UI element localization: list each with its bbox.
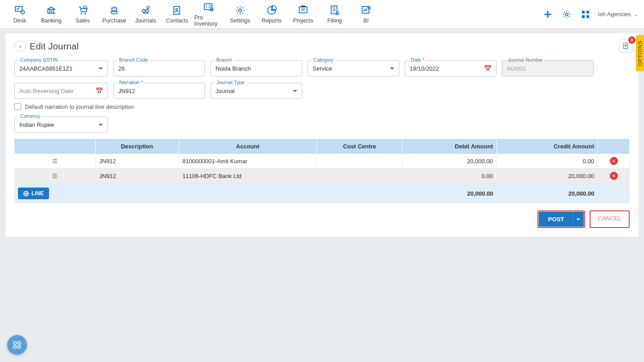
- filling-icon: [329, 4, 340, 16]
- journal-number-readonly: Journal Number MJ/001: [502, 60, 594, 76]
- back-button[interactable]: ‹: [14, 40, 26, 52]
- cancel-button[interactable]: CANCEL: [590, 210, 630, 228]
- calendar-icon: 📅: [484, 65, 492, 72]
- post-button[interactable]: POST: [539, 212, 573, 227]
- grid-icon: [13, 340, 22, 349]
- cell-debit: 0.00: [402, 169, 497, 183]
- nav-purchase[interactable]: Purchase: [100, 1, 129, 27]
- branch-input[interactable]: Branch Noida Branch: [210, 60, 302, 76]
- chevron-down-icon: [98, 124, 103, 126]
- reports-icon: [266, 4, 277, 16]
- delete-row-button[interactable]: ✕: [610, 157, 618, 165]
- options-tab[interactable]: OPTIONS: [636, 35, 644, 72]
- company-gstin-dropdown[interactable]: Company GSTIN 24AABCA5951E1Z1: [14, 60, 108, 76]
- svg-point-6: [146, 9, 149, 13]
- journal-type-dropdown[interactable]: Journal Type Journal: [210, 83, 302, 99]
- svg-point-18: [565, 13, 568, 16]
- field-value: Service: [313, 65, 390, 72]
- nav-reports[interactable]: Reports: [257, 1, 286, 27]
- nav-label: Contacts: [166, 18, 188, 24]
- projects-icon: [297, 4, 309, 16]
- chevron-down-icon: [390, 67, 394, 70]
- nav-banking[interactable]: Banking: [37, 1, 66, 27]
- svg-rect-24: [14, 342, 17, 344]
- field-label: Date *: [409, 57, 426, 63]
- nav-label: Projects: [293, 18, 313, 24]
- inventory-icon: [203, 1, 215, 13]
- field-value: 19/10/2022: [410, 65, 484, 72]
- app-launcher-fab[interactable]: [7, 335, 27, 355]
- table-row[interactable]: ☰ JN912 8100000001-Amit Kumar 20,000.00 …: [14, 154, 630, 169]
- cell-account: 11106-HDFC Bank Ltd: [179, 169, 317, 183]
- post-button-group: POST: [537, 210, 585, 228]
- contacts-icon: [171, 4, 183, 16]
- nav-projects[interactable]: Projects: [289, 1, 318, 27]
- field-label: Journal Number: [506, 57, 545, 63]
- svg-point-12: [239, 9, 242, 12]
- date-input[interactable]: Date * 19/10/2022 📅: [405, 60, 496, 76]
- add-line-button[interactable]: ⨁ LINE: [18, 188, 49, 199]
- svg-point-7: [147, 6, 149, 9]
- nav-settings[interactable]: Settings: [226, 1, 255, 27]
- currency-dropdown[interactable]: Currency Indian Rupee: [14, 116, 108, 133]
- svg-rect-19: [582, 10, 585, 13]
- top-navigation: Desk Banking Sales Purchase Journals: [0, 0, 644, 29]
- desk-icon: [14, 4, 26, 16]
- company-name: ish Agencies: [598, 11, 631, 18]
- post-split-button[interactable]: [573, 212, 584, 227]
- table-row[interactable]: ☰ JN912 11106-HDFC Bank Ltd 0.00 20,000.…: [14, 169, 630, 183]
- svg-point-1: [21, 11, 25, 14]
- plus-icon: ⨁: [23, 190, 29, 197]
- field-value: MJ/001: [507, 65, 589, 72]
- svg-point-2: [80, 13, 82, 14]
- nav-sales[interactable]: Sales: [68, 1, 97, 27]
- category-dropdown[interactable]: Category Service: [308, 60, 399, 76]
- auto-reversing-date-input[interactable]: Auto Reversing Date 📅: [14, 83, 108, 99]
- field-value: JN912: [118, 88, 200, 94]
- drag-handle-icon[interactable]: ☰: [52, 158, 58, 165]
- svg-point-15: [336, 12, 339, 15]
- total-credit: 20,000.00: [497, 183, 598, 204]
- nav-journals[interactable]: Journals: [131, 1, 160, 27]
- cell-cost-centre: [317, 154, 402, 169]
- cell-credit: 20,000.00: [497, 169, 598, 183]
- calendar-icon: 📅: [95, 87, 103, 94]
- page-title: Edit Journal: [30, 41, 79, 52]
- field-label: Journal Type: [215, 80, 246, 85]
- svg-rect-27: [18, 346, 21, 349]
- nav-label: Sales: [76, 18, 89, 24]
- checkbox-label: Default narration to journal line descri…: [25, 103, 134, 110]
- col-account: Account: [179, 139, 317, 154]
- col-cost-centre: Cost Centre: [317, 139, 402, 154]
- nav-label: Banking: [41, 18, 61, 24]
- col-credit: Credit Amount: [497, 139, 598, 154]
- drag-handle-icon[interactable]: ☰: [52, 173, 58, 179]
- field-label: Narration *: [117, 80, 145, 85]
- narration-input[interactable]: Narration * JN912: [113, 83, 205, 99]
- field-placeholder: Auto Reversing Date: [19, 88, 95, 94]
- svg-rect-0: [15, 6, 22, 11]
- company-dropdown[interactable]: ish Agencies ⌄: [598, 11, 639, 18]
- attach-button[interactable]: 0: [619, 39, 633, 53]
- chevron-down-icon: [98, 67, 103, 70]
- default-narration-checkbox[interactable]: Default narration to journal line descri…: [14, 103, 630, 110]
- nav-pro-inventory[interactable]: Pro Inventory: [194, 1, 223, 27]
- svg-rect-26: [14, 346, 17, 349]
- field-label: Category: [312, 57, 335, 63]
- delete-row-button[interactable]: ✕: [610, 172, 618, 180]
- nav-label: Desk: [13, 18, 26, 24]
- nav-filling[interactable]: Filling: [320, 1, 349, 27]
- nav-bi[interactable]: BI: [352, 1, 380, 27]
- svg-point-5: [142, 9, 145, 13]
- journal-lines-table: Description Account Cost Centre Debit Am…: [14, 139, 630, 203]
- gear-icon[interactable]: [560, 8, 573, 21]
- branch-code-input[interactable]: Branch Code 26: [113, 60, 205, 76]
- nav-label: Purchase: [103, 18, 126, 24]
- sales-icon: [77, 4, 89, 16]
- nav-contacts[interactable]: Contacts: [163, 1, 192, 27]
- nav-desk[interactable]: Desk: [5, 1, 34, 27]
- add-icon[interactable]: [541, 8, 554, 21]
- journal-icon: [140, 4, 152, 16]
- apps-icon[interactable]: [579, 8, 592, 21]
- cell-account: 8100000001-Amit Kumar: [179, 154, 317, 169]
